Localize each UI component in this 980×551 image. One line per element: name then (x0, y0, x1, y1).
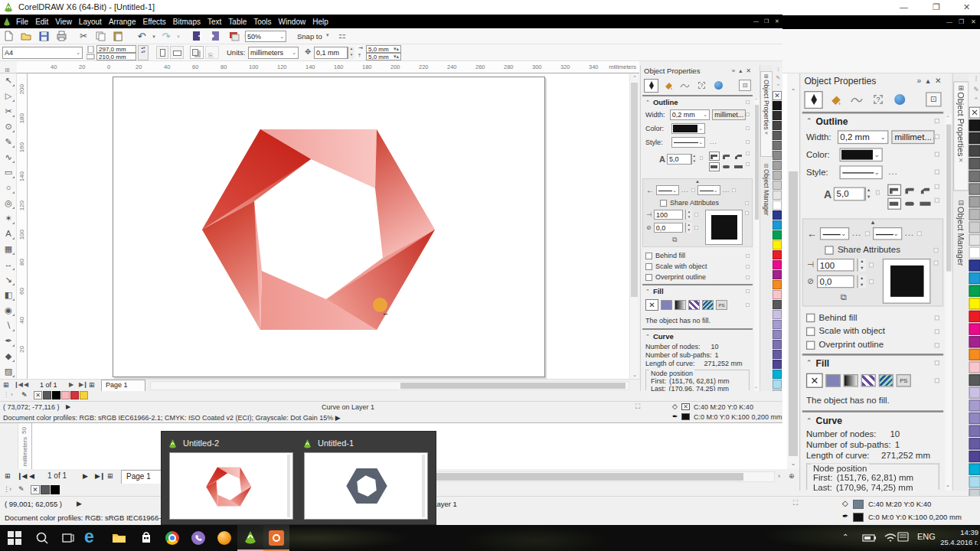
ruler-corner[interactable]: ⊞ (0, 61, 17, 73)
texture-fill-button[interactable] (879, 373, 893, 386)
color-swatch[interactable] (969, 451, 980, 462)
stretch-spinner[interactable]: ▴▾ (857, 259, 866, 272)
table-tool[interactable]: ▦ (2, 242, 15, 256)
no-color-swatch[interactable]: ✕ (773, 91, 782, 100)
corner-round-button[interactable] (721, 152, 732, 161)
behind-fill-checkbox[interactable] (806, 313, 815, 322)
fill-tab[interactable] (661, 79, 675, 93)
menu-view[interactable]: View (55, 16, 72, 28)
first-page-icon[interactable]: ❙◀ (14, 381, 22, 388)
docker-expand-icon[interactable]: » (732, 67, 735, 74)
outline-width-units-combo[interactable]: millimet...⌄ (892, 130, 935, 144)
color-swatch[interactable] (969, 349, 980, 360)
save-icon[interactable] (38, 30, 51, 43)
color-swatch[interactable] (773, 181, 782, 190)
color-swatch[interactable] (969, 209, 980, 220)
outline-pen-tab[interactable] (804, 90, 822, 108)
color-swatch[interactable] (969, 374, 980, 386)
arrow-start-more[interactable]: ... (852, 230, 861, 239)
style-more-button[interactable]: ... (888, 168, 897, 177)
options-icon[interactable]: ⚏ (338, 31, 346, 41)
portrait-button[interactable] (156, 46, 168, 59)
all-pages-button[interactable] (190, 46, 204, 59)
fill-collapse-icon[interactable]: ⌃ (645, 289, 649, 295)
overprint-outline-checkbox[interactable] (806, 341, 815, 350)
no-color-swatch[interactable]: ✕ (31, 485, 40, 494)
canvas-vscrollbar[interactable]: ⌃ ⌄ (629, 73, 639, 379)
big-prev-page-icon[interactable]: ◀ (29, 472, 34, 480)
doc-eyedropper-icon[interactable]: ✎ (21, 391, 28, 399)
color-swatch[interactable] (773, 280, 782, 289)
style-more-button[interactable]: ... (710, 139, 717, 145)
capture-taskbar-button[interactable] (263, 525, 289, 551)
menu-window[interactable]: Window (279, 16, 306, 28)
doc-close-icon[interactable]: ✕ (775, 18, 779, 24)
color-swatch[interactable] (969, 247, 980, 259)
zoom-tool[interactable]: ⊙ (2, 119, 15, 133)
color-swatch[interactable] (773, 360, 782, 369)
document-style-tab[interactable] (711, 79, 726, 93)
color-swatch[interactable] (969, 158, 980, 169)
units-combo[interactable]: millimeters⌄ (248, 47, 299, 59)
color-swatch[interactable] (773, 320, 782, 329)
outline-collapse-icon[interactable]: ⌃ (645, 99, 649, 106)
color-swatch[interactable] (969, 412, 980, 424)
big-add-page2-icon[interactable]: ⊞ (107, 472, 113, 480)
docker-expand-icon[interactable]: » (916, 77, 921, 86)
fill-tool[interactable]: ◆ (2, 349, 15, 363)
cap-extend-button[interactable] (733, 162, 744, 171)
color-swatch[interactable] (969, 463, 980, 474)
page-height-field[interactable]: 210,0 mm (96, 53, 136, 60)
angle-field[interactable]: 0,0 (817, 276, 854, 289)
current-page-button[interactable]: ⎘ (205, 46, 219, 59)
outline-style-combo[interactable]: ⌄ (839, 165, 882, 179)
arrow-end-combo[interactable]: ⌄ (873, 227, 902, 240)
transparency-tab[interactable] (848, 90, 866, 108)
polygon-tool[interactable]: ✶ (2, 211, 15, 225)
texture-fill-button[interactable] (702, 300, 714, 310)
frame-tab[interactable]: ? (869, 90, 887, 108)
color-swatch[interactable] (773, 270, 782, 279)
corner-bevel-button[interactable] (919, 184, 933, 196)
color-swatch[interactable] (969, 234, 980, 246)
color-swatch[interactable] (773, 290, 782, 299)
uniform-fill-button[interactable] (661, 300, 672, 310)
big-minimize-button[interactable]: — (900, 2, 908, 11)
no-color-swatch[interactable]: ✕ (34, 391, 42, 399)
angle-field[interactable]: 0,0 (654, 223, 683, 233)
big-vscroll-thumb[interactable] (789, 171, 798, 456)
color-swatch[interactable] (969, 221, 980, 233)
color-swatch[interactable] (969, 311, 980, 322)
stretch-spinner[interactable]: ▴▾ (685, 210, 692, 220)
color-swatch[interactable] (969, 438, 980, 449)
nib-shape-icon[interactable]: ⧉ (672, 236, 698, 244)
open-icon[interactable] (20, 30, 34, 43)
add-page-icon[interactable]: ⊞ (3, 381, 9, 389)
action-center-icon[interactable] (897, 532, 910, 543)
redo-dropdown-icon[interactable]: ▾ (172, 30, 185, 43)
snap-to-label[interactable]: Snap to (297, 32, 322, 41)
text-tool[interactable]: A (2, 227, 15, 240)
big-doc-close-icon[interactable]: ✕ (971, 18, 976, 25)
start-button[interactable] (8, 531, 21, 545)
edge-icon[interactable]: e (84, 527, 94, 547)
color-swatch[interactable] (773, 210, 782, 220)
color-swatch[interactable] (80, 391, 88, 399)
color-swatch[interactable] (969, 323, 980, 334)
big-doc-restore-icon[interactable]: ❐ (959, 18, 964, 25)
miter-spinner[interactable]: ▴▾ (691, 154, 697, 165)
big-vscrollbar[interactable]: ⌃ ⌄ (787, 73, 799, 469)
big-proof-icon[interactable]: ⛶ (793, 499, 798, 507)
frame-tab[interactable]: ? (694, 79, 709, 93)
arrow-end-more[interactable]: ... (723, 187, 730, 194)
ellipse-tool[interactable]: ○ (2, 181, 15, 194)
transparency-tab[interactable] (678, 79, 692, 93)
docker-scrollbar[interactable]: ⌃ ⌄ (946, 115, 952, 491)
big-eyedropper-icon[interactable]: ✎ (18, 485, 24, 493)
angle-spinner[interactable]: ▴▾ (685, 223, 692, 233)
zoom-level-combo[interactable]: 50%⌄ (245, 31, 286, 42)
page-tab[interactable]: Page 1 (101, 380, 145, 391)
paste-icon[interactable] (112, 30, 126, 43)
color-swatch[interactable] (773, 380, 782, 389)
corner-bevel-button[interactable] (733, 152, 744, 161)
